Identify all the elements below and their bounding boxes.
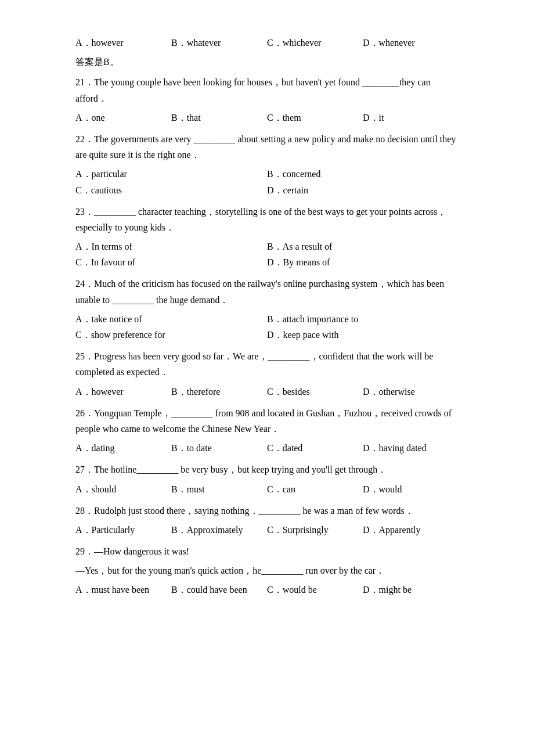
q29-opt-b: B．could have been	[171, 582, 267, 597]
q28-opt-a: A．Particularly	[75, 522, 171, 538]
q22-options: A．particular B．concerned C．cautious D．ce…	[75, 166, 459, 197]
q28-opt-d: D．Apparently	[363, 522, 459, 538]
q23-block: 23．_________ character teaching，storytel…	[75, 204, 459, 271]
q26-opt-a: A．dating	[75, 440, 171, 456]
q21-opt-b: B．that	[171, 110, 267, 125]
q25-opt-b: B．therefore	[171, 384, 267, 399]
q28-opt-c: C．Surprisingly	[267, 522, 363, 538]
q24-opt-c: C．show preference for	[75, 327, 267, 343]
q23-opt-d: D．By means of	[267, 254, 459, 270]
q22-opt-d: D．certain	[267, 182, 459, 198]
q28-text: 28．Rudolph just stood there，saying nothi…	[75, 503, 459, 519]
q29-opt-a: A．must have been	[75, 582, 171, 597]
q21-block: 21．The young couple have been looking fo…	[75, 74, 459, 125]
q28-opt-b: B．Approximately	[171, 522, 267, 538]
q25-opt-d: D．otherwise	[363, 384, 459, 399]
q21-opt-a: A．one	[75, 110, 171, 125]
q20-opt-d: D．whenever	[363, 35, 459, 51]
q24-opt-a: A．take notice of	[75, 311, 267, 327]
q25-opt-c: C．besides	[267, 384, 363, 399]
q25-block: 25．Progress has been very good so far．We…	[75, 348, 459, 399]
q22-text: 22．The governments are very _________ ab…	[75, 131, 459, 163]
q23-text: 23．_________ character teaching，storytel…	[75, 204, 459, 235]
q29-text1: 29．—How dangerous it was!	[75, 543, 459, 559]
q24-opt-d: D．keep pace with	[267, 327, 459, 343]
q21-options: A．one B．that C．them D．it	[75, 110, 459, 125]
q22-block: 22．The governments are very _________ ab…	[75, 131, 459, 198]
q20-opt-c: C．whichever	[267, 35, 363, 51]
q25-opt-a: A．however	[75, 384, 171, 399]
q25-options: A．however B．therefore C．besides D．otherw…	[75, 384, 459, 399]
q24-options: A．take notice of B．attach importance to …	[75, 311, 459, 343]
q23-opt-a: A．In terms of	[75, 239, 267, 254]
q29-opt-c: C．would be	[267, 582, 363, 597]
q27-opt-d: D．would	[363, 481, 459, 497]
q27-opt-a: A．should	[75, 481, 171, 497]
answer-line: 答案是B。	[75, 54, 459, 70]
q20-opt-b: B．whatever	[171, 35, 267, 51]
q24-opt-b: B．attach importance to	[267, 311, 459, 327]
q29-block: 29．—How dangerous it was! —Yes，but for t…	[75, 543, 459, 598]
q28-block: 28．Rudolph just stood there，saying nothi…	[75, 503, 459, 538]
q27-block: 27．The hotline_________ be very busy，but…	[75, 462, 459, 496]
q26-opt-c: C．dated	[267, 440, 363, 456]
q27-opt-b: B．must	[171, 481, 267, 497]
q20-options-row: A．however B．whatever C．whichever D．whene…	[75, 35, 459, 51]
q21-opt-c: C．them	[267, 110, 363, 125]
q26-opt-b: B．to date	[171, 440, 267, 456]
q22-opt-b: B．concerned	[267, 166, 459, 182]
q29-text2: —Yes，but for the young man's quick actio…	[75, 563, 459, 578]
q24-text: 24．Much of the criticism has focused on …	[75, 276, 459, 307]
q21-text: 21．The young couple have been looking fo…	[75, 74, 459, 106]
q28-options: A．Particularly B．Approximately C．Surpris…	[75, 522, 459, 538]
q29-options: A．must have been B．could have been C．wou…	[75, 582, 459, 597]
q24-block: 24．Much of the criticism has focused on …	[75, 276, 459, 343]
q26-block: 26．Yongquan Temple，_________ from 908 an…	[75, 405, 459, 456]
q26-text: 26．Yongquan Temple，_________ from 908 an…	[75, 405, 459, 437]
q27-options: A．should B．must C．can D．would	[75, 481, 459, 497]
q25-text: 25．Progress has been very good so far．We…	[75, 348, 459, 380]
q21-opt-d: D．it	[363, 110, 459, 125]
q23-opt-c: C．In favour of	[75, 254, 267, 270]
q23-options: A．In terms of B．As a result of C．In favo…	[75, 239, 459, 270]
q27-opt-c: C．can	[267, 481, 363, 497]
q20-opt-a: A．however	[75, 35, 171, 51]
q27-text: 27．The hotline_________ be very busy，but…	[75, 462, 459, 477]
q22-opt-c: C．cautious	[75, 182, 267, 198]
q26-opt-d: D．having dated	[363, 440, 459, 456]
q22-opt-a: A．particular	[75, 166, 267, 182]
q26-options: A．dating B．to date C．dated D．having date…	[75, 440, 459, 456]
q23-opt-b: B．As a result of	[267, 239, 459, 254]
q29-opt-d: D．might be	[363, 582, 459, 597]
